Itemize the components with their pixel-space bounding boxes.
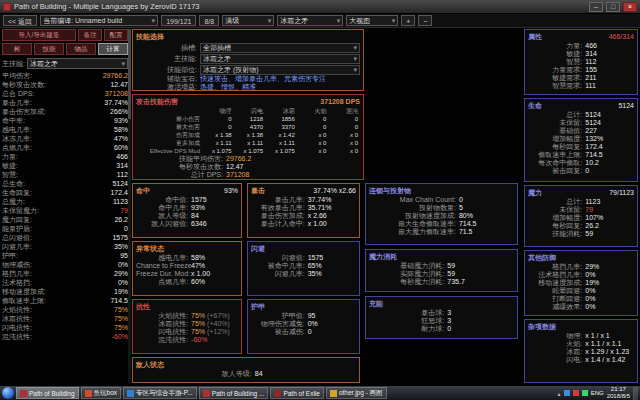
panel-title: 杂项数据 [528, 322, 556, 331]
row-label: 总计 DPS: [136, 171, 226, 179]
stat-row: 实际魔力消耗:59 [369, 270, 514, 278]
nav-row-2: 树 技能 物品 计算 [2, 43, 128, 55]
row-value: 29% [585, 263, 599, 271]
taskbar-window-button[interactable]: Path of Exile [270, 387, 324, 399]
row-label: 每次命中偷取: [528, 159, 585, 167]
taskbar-app-icon [330, 390, 337, 397]
zoom-out-button[interactable]: − [418, 15, 432, 26]
panel-title-value: 79/1123 [609, 188, 634, 197]
sidebar-stat-row: 总合 DPS: 371208 [2, 89, 128, 98]
view-mode-dropdown[interactable]: 大视图 ▾ [346, 15, 398, 26]
damage-summary: 技能平均伤害: 29766.2 每秒攻击次数: 12.47 总计 DPS: 37… [136, 155, 360, 179]
attributes-panel: 属性466/314 力量:466敏捷:314智慧:112力量需求:155敏捷需求… [524, 29, 638, 95]
row-value: 466 [585, 42, 597, 50]
evasion-panel: 闪避 闪避值:1575被命中几率:65%闪避几率:35% [247, 241, 360, 296]
panel-title: 攻击技能伤害 [136, 97, 178, 106]
stat-row: 减缓效果:0% [528, 303, 634, 311]
stat-value: 714.5 [110, 296, 128, 305]
row-label: 智慧: [528, 58, 585, 66]
row-label: 最小伤害 [136, 115, 202, 123]
stat-row: 智慧:112 [528, 58, 634, 66]
panel-title: 生命 [528, 101, 542, 110]
stat-label: 点燃几率: [2, 143, 114, 152]
row-label: 力量需求: [528, 66, 585, 74]
chains-panel: 连锁与投射物 Max Chain Count:0投射物数量:5投射物速度加成:8… [365, 183, 518, 245]
nav-tree-button[interactable]: 树 [2, 43, 32, 55]
resist-overcap: (+40%) [205, 320, 230, 328]
sidebar-stat-row: 冰冻几率: 47% [2, 134, 128, 143]
minimize-button[interactable]: – [589, 2, 603, 12]
stat-row: 每次命中偷取:10.2 [528, 159, 634, 167]
misc-data-panel: 杂项数据 物理:x 1 / x 1火焰:x 1.1 / x 1.1冰霜:x 1.… [524, 319, 638, 383]
stat-row: 点燃几率:60% [136, 278, 238, 286]
show-desktop-button[interactable] [633, 387, 638, 400]
resist-value: 75% [191, 312, 205, 320]
row-label: 命中值: [136, 196, 191, 204]
sidebar-scrollbar[interactable] [128, 29, 131, 383]
start-button[interactable] [2, 387, 14, 399]
tray-icon[interactable] [564, 390, 570, 396]
row-value: 0% [585, 295, 595, 303]
row-label: 实际魔力消耗: [369, 270, 447, 278]
skill-config-dropdown[interactable]: 冰霜之矛▾ [200, 54, 360, 64]
row-label: 减缓效果: [528, 303, 585, 311]
stat-label: 总合 DPS: [2, 89, 105, 98]
taskbar-window-button[interactable]: Path of Building [16, 387, 79, 399]
taskbar-window-button[interactable]: other.jpg - 画图 [326, 387, 387, 399]
taskbar-window-label: Path of Building ... [212, 390, 265, 397]
skill-config-dropdown[interactable]: 冰霜之矛 (投射物)▾ [200, 65, 360, 75]
stat-row: 基础魔力消耗:59 [369, 262, 514, 270]
row-value: 1575 [308, 254, 324, 262]
back-button[interactable]: << 返回 [3, 15, 37, 26]
scrollbar-thumb[interactable] [128, 29, 131, 119]
stat-row: 每秒魔力消耗:735.7 [369, 278, 514, 286]
row-label: 护甲值: [251, 312, 308, 320]
language-indicator[interactable]: ENG [591, 390, 604, 396]
main-skill-dropdown[interactable]: 冰霜之矛 ▾ [27, 58, 128, 69]
row-value: 172.4 [585, 143, 603, 151]
taskbar-app-icon [20, 390, 27, 397]
skill-config-dropdown[interactable]: 全部插槽▾ [200, 43, 360, 53]
sidebar-stat-row: 冰霜抗性: 75% [2, 314, 128, 323]
nav-calcs-button[interactable]: 计算 [98, 43, 128, 55]
nav-import-export-button[interactable]: 导入/导出建造 [2, 29, 76, 41]
nav-items-button[interactable]: 物品 [66, 43, 96, 55]
toolbar-skill-dropdown[interactable]: 冰霜之矛 ▾ [277, 15, 343, 26]
summary-row: 技能平均伤害: 29766.2 [136, 155, 360, 163]
sidebar-stat-row: 暴击几率: 37.74% [2, 98, 128, 107]
taskbar-window-button[interactable]: 专区与综合手游-P... [123, 387, 197, 399]
main-skill-label: 主技能: [2, 59, 25, 69]
build-selector[interactable]: 当前编译: Unnamed build ▾ [40, 15, 158, 26]
stat-value: 172.4 [110, 188, 128, 197]
row-value: 5124 [585, 119, 601, 127]
maximize-button[interactable]: □ [606, 2, 620, 12]
tray-expand-icon[interactable]: ▴ [558, 390, 561, 397]
resist-value: -60% [191, 336, 207, 344]
tree-level-dropdown[interactable]: 满级 ▾ [222, 15, 274, 26]
nav-config-button[interactable]: 配置 [104, 29, 128, 41]
stat-row: 敏捷:314 [528, 50, 634, 58]
nav-notes-button[interactable]: 备注 [78, 29, 102, 41]
tray-icon[interactable] [573, 390, 579, 396]
panel-title: 命中 [136, 186, 150, 195]
taskbar-window-button[interactable]: Path of Building ... [199, 387, 269, 399]
nav-skills-button[interactable]: 技能 [34, 43, 64, 55]
stat-row: 命中几率:93% [136, 204, 238, 212]
row-value: 132% [585, 135, 603, 143]
tray-icon[interactable] [582, 390, 588, 396]
sidebar-stat-row: 总闪避值: 1575 [2, 233, 128, 242]
row-label: 混沌抗性: [136, 336, 191, 344]
stat-value: 5124 [112, 179, 128, 188]
cell: x 1.42 [265, 131, 297, 139]
stat-label: 生命回复: [2, 188, 110, 197]
row-label: 智慧需求: [528, 82, 585, 90]
zoom-in-button[interactable]: + [401, 15, 415, 26]
stat-label: 命中率: [2, 116, 114, 125]
row-label: 眩晕回避: [528, 287, 585, 295]
taskbar-window-button[interactable]: 鱼玩box [81, 387, 121, 399]
row-label: 总计: [528, 198, 585, 206]
row-value: 714.5 [459, 220, 477, 228]
taskbar-clock[interactable]: 21:17 2018/8/5 [607, 386, 630, 400]
close-button[interactable]: × [623, 2, 637, 12]
taskbar-app-icon [85, 390, 92, 397]
